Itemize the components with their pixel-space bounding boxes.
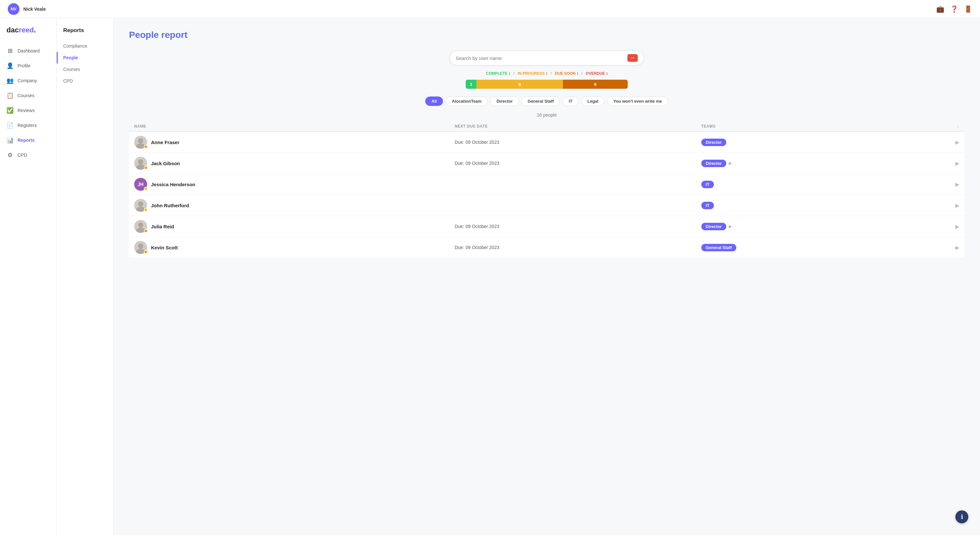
person-name-cell: Kevin Scott bbox=[129, 237, 450, 258]
due-date-cell: Due: 09 October 2023 bbox=[450, 237, 696, 258]
filter-custom[interactable]: You won't even write me bbox=[607, 97, 668, 106]
sidebar-item-dashboard[interactable]: ⊞ Dashboard bbox=[0, 43, 56, 58]
legend-overdue: OVERDUE ℹ bbox=[585, 71, 607, 76]
row-arrow[interactable]: ▶ bbox=[900, 174, 964, 195]
logout-icon[interactable]: 🚪 bbox=[964, 5, 972, 13]
sidebar-item-courses[interactable]: 📋 Courses bbox=[0, 88, 56, 103]
duesoon-info-icon: ℹ bbox=[577, 71, 578, 76]
person-cell: Kevin Scott bbox=[134, 241, 444, 254]
table-row: Kevin Scott Due: 09 October 2023 General… bbox=[129, 237, 964, 258]
sub-sidebar-item-people[interactable]: People bbox=[57, 52, 113, 64]
due-date: Due: 09 October 2023 bbox=[455, 224, 500, 229]
svg-point-6 bbox=[138, 222, 143, 228]
sidebar-label-reviews: Reviews bbox=[18, 108, 35, 113]
row-arrow[interactable]: ▶ bbox=[900, 195, 964, 216]
due-date: Due: 09 October 2023 bbox=[455, 140, 500, 145]
page-title: People report bbox=[129, 30, 964, 40]
person-cell: Julia Reid bbox=[134, 220, 444, 233]
team-cell: Director bbox=[701, 139, 896, 146]
sub-sidebar-item-compliance[interactable]: Compliance bbox=[57, 40, 113, 52]
status-dot bbox=[144, 250, 148, 254]
sidebar-label-registers: Registers bbox=[18, 123, 37, 128]
sidebar-item-reports[interactable]: 📊 Reports bbox=[0, 133, 56, 148]
col-teams: TEAMS bbox=[696, 121, 900, 132]
person-cell: JH Jessica Henderson bbox=[134, 178, 444, 191]
team-expand-icon[interactable]: ▶ bbox=[729, 224, 732, 229]
team-cell: Director ▶ bbox=[701, 223, 896, 230]
filter-legal[interactable]: Legal bbox=[581, 97, 605, 106]
team-badge: General Staff bbox=[701, 244, 737, 251]
status-legend: COMPLETE ℹ / IN PROGRESS ℹ / DUE SOON ℹ … bbox=[129, 71, 964, 76]
teams-cell: Director bbox=[696, 132, 900, 153]
sub-sidebar-label-courses: Courses bbox=[63, 67, 80, 72]
team-badge: IT bbox=[701, 202, 714, 209]
person-name-cell: Jack Gibson bbox=[129, 153, 450, 174]
main-sidebar: dacreed. ⊞ Dashboard 👤 Profile 👥 Company… bbox=[0, 18, 57, 535]
col-name: NAME bbox=[129, 121, 450, 132]
sidebar-item-registers[interactable]: 📄 Registers bbox=[0, 118, 56, 133]
search-input[interactable] bbox=[456, 56, 624, 61]
legend-complete: COMPLETE ℹ bbox=[486, 71, 510, 76]
dashboard-icon: ⊞ bbox=[6, 47, 14, 54]
courses-icon: 📋 bbox=[6, 92, 14, 99]
person-name: Anne Fraser bbox=[151, 140, 180, 145]
progress-bar: 1 8 6 bbox=[466, 80, 628, 89]
row-arrow[interactable]: ▶ bbox=[900, 153, 964, 174]
status-dot bbox=[144, 187, 148, 191]
due-date-cell bbox=[450, 174, 696, 195]
sub-sidebar-item-cpd[interactable]: CPD bbox=[57, 75, 113, 87]
filter-it[interactable]: IT bbox=[563, 97, 579, 106]
reports-icon: 📊 bbox=[6, 137, 14, 144]
teams-cell: General Staff bbox=[696, 237, 900, 258]
sub-sidebar-item-courses[interactable]: Courses bbox=[57, 64, 113, 75]
team-cell: General Staff bbox=[701, 244, 896, 251]
row-arrow[interactable]: ▶ bbox=[900, 132, 964, 153]
sidebar-item-reviews[interactable]: ✅ Reviews bbox=[0, 103, 56, 118]
progress-bar-wrap: 1 8 6 bbox=[129, 80, 964, 89]
sidebar-label-reports: Reports bbox=[18, 138, 35, 143]
person-name: Kevin Scott bbox=[151, 245, 178, 250]
due-date-cell bbox=[450, 195, 696, 216]
sub-sidebar-label-compliance: Compliance bbox=[63, 43, 87, 49]
sidebar-item-cpd[interactable]: ⚙ CPD bbox=[0, 148, 56, 163]
filter-director[interactable]: Director bbox=[490, 97, 519, 106]
filter-alocationteam[interactable]: AlocationTeam bbox=[445, 97, 488, 106]
sidebar-item-company[interactable]: 👥 Company bbox=[0, 73, 56, 88]
filter-general-staff[interactable]: General Staff bbox=[522, 97, 560, 106]
complete-info-icon: ℹ bbox=[509, 71, 510, 76]
help-icon[interactable]: ❓ bbox=[950, 5, 958, 13]
overdue-info-icon: ℹ bbox=[606, 71, 608, 76]
team-cell: Director ▶ bbox=[701, 160, 896, 167]
info-fab[interactable]: ℹ bbox=[955, 510, 968, 523]
person-name: Julia Reid bbox=[151, 224, 174, 229]
filter-all[interactable]: All bbox=[425, 97, 443, 106]
sidebar-label-courses: Courses bbox=[18, 93, 34, 98]
row-arrow[interactable]: ▶ bbox=[900, 237, 964, 258]
status-dot bbox=[144, 229, 148, 233]
team-expand-icon[interactable]: ▶ bbox=[729, 161, 732, 165]
user-name: Nick Veale bbox=[23, 6, 46, 12]
sidebar-item-profile[interactable]: 👤 Profile bbox=[0, 58, 56, 73]
briefcase-icon[interactable]: 💼 bbox=[936, 5, 944, 13]
search-button[interactable]: ··· bbox=[627, 54, 638, 62]
team-badge: Director bbox=[701, 223, 727, 230]
person-cell: Anne Fraser bbox=[134, 136, 444, 149]
sub-sidebar-label-people: People bbox=[63, 55, 78, 60]
logo-text: dacreed. bbox=[6, 26, 36, 34]
people-count: 16 people bbox=[129, 113, 964, 117]
legend-duesoon: DUE SOON ℹ bbox=[555, 71, 578, 76]
sub-sidebar: Reports Compliance People Courses CPD bbox=[57, 18, 113, 535]
table-row: John Rutherford IT ▶ bbox=[129, 195, 964, 216]
main-content: People report ··· COMPLETE ℹ / IN PROGRE… bbox=[113, 18, 980, 535]
person-cell: Jack Gibson bbox=[134, 157, 444, 170]
col-download[interactable]: ↓ bbox=[900, 121, 964, 132]
team-cell: IT bbox=[701, 181, 896, 188]
pb-complete: 1 bbox=[466, 80, 476, 89]
person-name-cell: Julia Reid bbox=[129, 216, 450, 237]
row-arrow[interactable]: ▶ bbox=[900, 216, 964, 237]
due-date-cell: Due: 09 October 2023 bbox=[450, 132, 696, 153]
search-bar-wrap: ··· bbox=[129, 51, 964, 65]
sidebar-label-profile: Profile bbox=[18, 63, 30, 68]
registers-icon: 📄 bbox=[6, 122, 14, 129]
table-row: Anne Fraser Due: 09 October 2023 Directo… bbox=[129, 132, 964, 153]
